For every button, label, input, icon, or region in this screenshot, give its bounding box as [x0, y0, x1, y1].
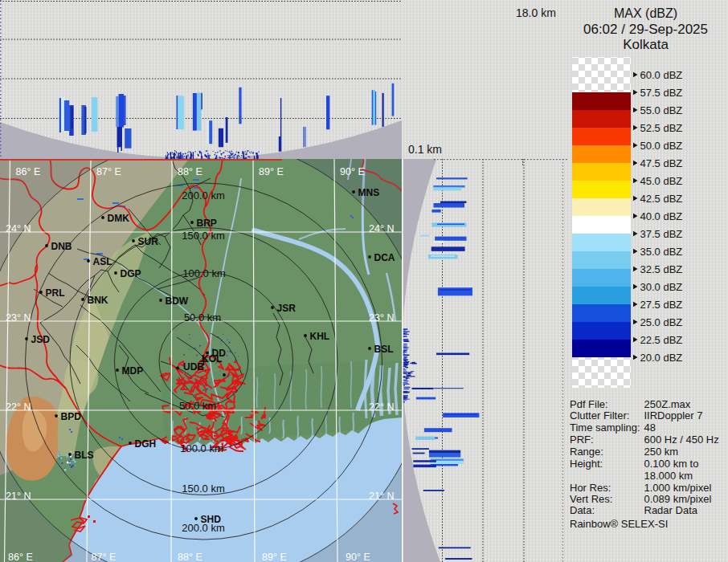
svg-text:SUR: SUR — [138, 236, 159, 247]
svg-text:BLS: BLS — [75, 450, 94, 461]
svg-text:21° N: 21° N — [6, 491, 31, 502]
svg-text:0.089 km/pixel: 0.089 km/pixel — [644, 493, 712, 505]
svg-text:PRL: PRL — [46, 287, 65, 299]
svg-text:250 km: 250 km — [644, 446, 679, 458]
svg-text:48: 48 — [644, 422, 656, 434]
svg-text:45.0 dBZ: 45.0 dBZ — [640, 175, 683, 187]
svg-text:52.5 dBZ: 52.5 dBZ — [640, 122, 683, 134]
svg-text:Pdf File:: Pdf File: — [570, 398, 608, 410]
svg-text:60.0 dBZ: 60.0 dBZ — [640, 69, 683, 81]
svg-text:22.5 dBZ: 22.5 dBZ — [640, 334, 683, 346]
svg-text:150.0 km: 150.0 km — [182, 230, 224, 242]
svg-text:IIRDoppler 7: IIRDoppler 7 — [644, 409, 703, 422]
svg-text:DCA: DCA — [374, 252, 395, 263]
svg-text:BSL: BSL — [374, 344, 394, 355]
svg-text:40.0 dBZ: 40.0 dBZ — [640, 210, 683, 222]
svg-text:32.5 dBZ: 32.5 dBZ — [640, 263, 683, 275]
svg-text:88° E: 88° E — [178, 552, 202, 562]
svg-text:MDP: MDP — [122, 365, 144, 377]
svg-text:Hor Res:: Hor Res: — [570, 482, 611, 494]
svg-text:37.5 dBZ: 37.5 dBZ — [640, 228, 683, 240]
svg-text:PRF:: PRF: — [570, 434, 594, 446]
svg-text:DMK: DMK — [108, 213, 130, 224]
svg-text:JSD: JSD — [31, 334, 51, 345]
svg-text:Height:: Height: — [570, 458, 603, 470]
svg-text:DGP: DGP — [121, 268, 141, 279]
svg-text:Kolkata: Kolkata — [623, 37, 669, 52]
svg-text:27.5 dBZ: 27.5 dBZ — [640, 299, 683, 311]
svg-text:47.5 dBZ: 47.5 dBZ — [640, 157, 683, 169]
svg-text:24° N: 24° N — [6, 223, 31, 234]
svg-text:Rainbow® SELEX-SI: Rainbow® SELEX-SI — [570, 518, 668, 530]
svg-text:42.5 dBZ: 42.5 dBZ — [640, 193, 683, 205]
svg-text:Data:: Data: — [570, 504, 595, 516]
svg-text:Range:: Range: — [570, 446, 603, 458]
svg-text:20.0 dBZ: 20.0 dBZ — [640, 352, 683, 364]
svg-text:Radar Data: Radar Data — [644, 504, 698, 516]
svg-text:200.0 km: 200.0 km — [182, 522, 224, 534]
svg-text:1.000 km/pixel: 1.000 km/pixel — [644, 482, 712, 494]
svg-text:30.0 dBZ: 30.0 dBZ — [640, 281, 683, 293]
svg-text:89° E: 89° E — [259, 166, 284, 177]
svg-text:86° E: 86° E — [16, 166, 41, 177]
svg-text:57.5 dBZ: 57.5 dBZ — [640, 87, 683, 99]
svg-text:50.0 km: 50.0 km — [184, 312, 221, 324]
svg-text:BNK: BNK — [88, 295, 108, 306]
svg-text:35.0 dBZ: 35.0 dBZ — [640, 246, 683, 258]
svg-text:23° N: 23° N — [6, 312, 31, 324]
svg-text:100.0 km: 100.0 km — [180, 442, 223, 454]
svg-text:Clutter Filter:: Clutter Filter: — [570, 409, 629, 422]
svg-text:KOL: KOL — [202, 353, 222, 364]
svg-text:BRP: BRP — [197, 218, 217, 229]
svg-text:50.0 dBZ: 50.0 dBZ — [640, 140, 683, 152]
svg-text:0.1 km: 0.1 km — [408, 143, 442, 156]
svg-text:24° N: 24° N — [369, 223, 394, 234]
svg-text:90° E: 90° E — [340, 166, 365, 177]
svg-text:BPD: BPD — [61, 411, 82, 422]
svg-text:ASL: ASL — [93, 256, 112, 267]
svg-text:87° E: 87° E — [96, 166, 121, 177]
svg-text:KHL: KHL — [310, 331, 330, 342]
svg-text:06:02 / 29-Sep-2025: 06:02 / 29-Sep-2025 — [583, 22, 708, 37]
svg-text:250Z.max: 250Z.max — [644, 398, 691, 410]
svg-text:JSR: JSR — [277, 303, 297, 314]
svg-text:22° N: 22° N — [6, 401, 31, 413]
svg-text:DNB: DNB — [51, 241, 72, 252]
svg-text:22° N: 22° N — [369, 401, 394, 413]
svg-text:DGH: DGH — [135, 438, 157, 450]
svg-text:89° E: 89° E — [262, 552, 287, 562]
svg-text:21° N: 21° N — [369, 491, 394, 502]
svg-text:0.100 km to: 0.100 km to — [644, 458, 699, 470]
svg-text:55.0 dBZ: 55.0 dBZ — [640, 104, 683, 116]
svg-text:88° E: 88° E — [178, 166, 202, 177]
svg-text:50.0 km: 50.0 km — [179, 400, 216, 412]
svg-text:87° E: 87° E — [92, 552, 117, 562]
svg-text:200.0 km: 200.0 km — [182, 189, 224, 202]
svg-text:150.0 km: 150.0 km — [182, 483, 224, 495]
svg-text:90° E: 90° E — [346, 552, 370, 562]
svg-text:UDB: UDB — [183, 361, 204, 373]
svg-text:18.0 km: 18.0 km — [516, 6, 556, 19]
svg-text:600 Hz / 450 Hz: 600 Hz / 450 Hz — [644, 434, 719, 446]
svg-text:MAX (dBZ): MAX (dBZ) — [614, 6, 677, 20]
svg-text:86° E: 86° E — [8, 552, 33, 562]
svg-text:Vert Res:: Vert Res: — [570, 493, 612, 505]
svg-text:18.000 km: 18.000 km — [644, 470, 693, 482]
svg-text:23° N: 23° N — [369, 312, 394, 324]
svg-text:100.0 km: 100.0 km — [182, 267, 225, 279]
svg-text:Time sampling:: Time sampling: — [570, 422, 640, 434]
svg-text:BDW: BDW — [166, 295, 189, 307]
svg-text:25.0 dBZ: 25.0 dBZ — [640, 316, 683, 328]
svg-text:MNS: MNS — [358, 187, 380, 198]
